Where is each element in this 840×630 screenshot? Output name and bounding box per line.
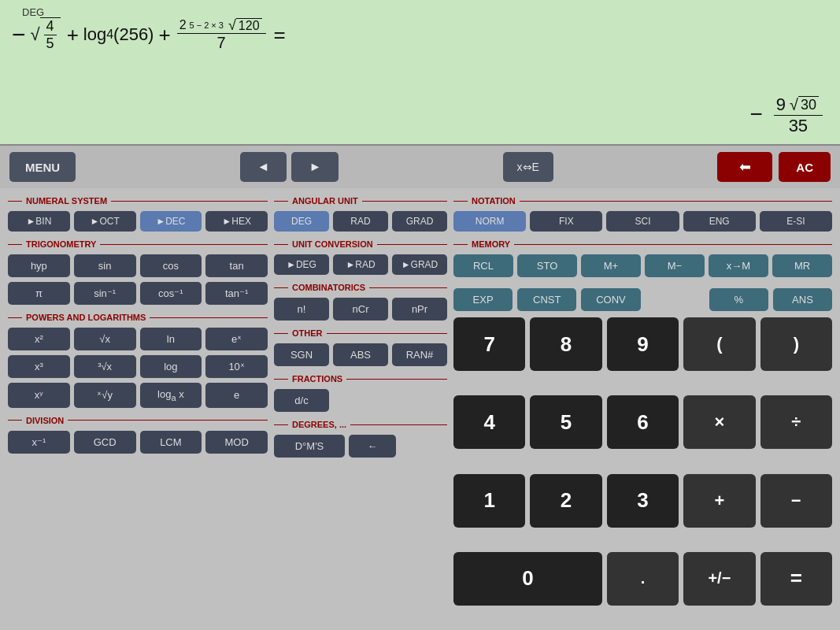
angular-unit-label: ANGULAR UNIT: [274, 196, 447, 206]
minus-button[interactable]: −: [760, 474, 832, 528]
2-button[interactable]: 2: [530, 474, 601, 528]
notation-label: NOTATION: [453, 196, 832, 206]
abs-button[interactable]: ABS: [333, 343, 388, 366]
gcd-button[interactable]: GCD: [74, 431, 136, 454]
right-arrow-button[interactable]: ►: [291, 152, 339, 182]
close-paren-button[interactable]: ): [760, 317, 832, 371]
hex-button[interactable]: ►HEX: [205, 211, 268, 232]
mod-button[interactable]: MOD: [205, 431, 268, 454]
norm-button[interactable]: NORM: [453, 211, 526, 232]
sto-button[interactable]: STO: [517, 254, 577, 277]
tan-button[interactable]: tan: [205, 254, 268, 277]
4-button[interactable]: 4: [453, 395, 525, 449]
mminus-button[interactable]: M−: [645, 254, 705, 277]
hyp-button[interactable]: hyp: [8, 254, 70, 277]
xy-button[interactable]: xʸ: [8, 383, 70, 408]
8-button[interactable]: 8: [530, 317, 601, 371]
deg-button[interactable]: DEG: [274, 211, 329, 232]
exp-button[interactable]: EXP: [453, 288, 513, 311]
percent-button[interactable]: %: [709, 288, 768, 311]
to-rad-button[interactable]: ►RAD: [333, 254, 388, 275]
rad-button[interactable]: RAD: [333, 211, 388, 232]
ln-button[interactable]: ln: [140, 328, 202, 350]
arrow-group: ◄ ►: [240, 152, 339, 182]
dot-button[interactable]: .: [607, 552, 679, 606]
npr-button[interactable]: nPr: [392, 298, 447, 321]
plus-button[interactable]: +: [683, 474, 755, 528]
xtom-button[interactable]: x→M: [709, 254, 768, 277]
eng-button[interactable]: ENG: [683, 211, 756, 232]
dc-button[interactable]: d/c: [274, 389, 329, 412]
left-arrow-button[interactable]: ◄: [240, 152, 287, 182]
bin-button[interactable]: ►BIN: [8, 211, 70, 232]
numpad: 7 8 9 ( ) 4 5 6 × ÷ 1 2 3 + − 0 . +/−: [453, 317, 832, 625]
multiply-button[interactable]: ×: [683, 395, 755, 449]
xe-button[interactable]: x⇔E: [503, 152, 553, 182]
x3-button[interactable]: x³: [8, 355, 70, 378]
3-button[interactable]: 3: [607, 474, 679, 528]
9-button[interactable]: 9: [607, 317, 679, 371]
unit-conversion-buttons: ►DEG ►RAD ►GRAD: [274, 254, 447, 275]
ex-button[interactable]: eˣ: [205, 328, 268, 350]
sci-button[interactable]: SCI: [606, 211, 679, 232]
e-button[interactable]: e: [205, 383, 268, 408]
lcm-button[interactable]: LCM: [140, 431, 202, 454]
angular-unit-buttons: DEG RAD GRAD: [274, 211, 447, 232]
mplus-button[interactable]: M+: [581, 254, 641, 277]
fix-button[interactable]: FIX: [530, 211, 602, 232]
divide-button[interactable]: ÷: [760, 395, 832, 449]
pi-button[interactable]: π: [8, 282, 70, 305]
sgn-button[interactable]: SGN: [274, 343, 329, 366]
oct-button[interactable]: ►OCT: [74, 211, 136, 232]
grad-button[interactable]: GRAD: [392, 211, 447, 232]
cnst-button[interactable]: CNST: [517, 288, 576, 311]
mr-button[interactable]: MR: [772, 254, 832, 277]
right-panel: NOTATION NORM FIX SCI ENG E-SI MEMORY RC…: [453, 193, 832, 625]
ncr-button[interactable]: nCr: [333, 298, 388, 321]
fractions-label: FRACTIONS: [274, 374, 447, 384]
other-label: OTHER: [274, 328, 447, 338]
sqrt-button[interactable]: √x: [74, 328, 136, 350]
tan-inv-button[interactable]: tan⁻¹: [205, 282, 268, 305]
sin-inv-button[interactable]: sin⁻¹: [74, 282, 136, 305]
6-button[interactable]: 6: [607, 395, 679, 449]
sin-button[interactable]: sin: [74, 254, 136, 277]
7-button[interactable]: 7: [453, 317, 525, 371]
xinv-button[interactable]: x⁻¹: [8, 431, 70, 454]
esi-button[interactable]: E-SI: [760, 211, 832, 232]
toolbar: MENU ◄ ► x⇔E ⬅ AC: [0, 146, 840, 188]
dms-button[interactable]: D°M′S: [274, 435, 345, 458]
to-grad-button[interactable]: ►GRAD: [392, 254, 447, 275]
open-paren-button[interactable]: (: [683, 317, 755, 371]
ans-button[interactable]: ANS: [773, 288, 832, 311]
ran-button[interactable]: RAN#: [392, 343, 447, 366]
0-button[interactable]: 0: [453, 552, 602, 606]
backspace-button[interactable]: ⬅: [717, 152, 772, 182]
xrty-button[interactable]: ˣ√y: [74, 383, 136, 408]
menu-button[interactable]: MENU: [9, 152, 76, 182]
x2-button[interactable]: x²: [8, 328, 70, 350]
powers-row1: x² √x ln eˣ: [8, 328, 268, 350]
cos-inv-button[interactable]: cos⁻¹: [140, 282, 202, 305]
log-button[interactable]: log: [140, 355, 202, 378]
ac-button[interactable]: AC: [779, 152, 831, 182]
5-button[interactable]: 5: [530, 395, 601, 449]
conv-button[interactable]: CONV: [581, 288, 640, 311]
cos-button[interactable]: cos: [140, 254, 202, 277]
memory-buttons: RCL STO M+ M− x→M MR: [453, 254, 832, 277]
1-button[interactable]: 1: [453, 474, 525, 528]
dec-button[interactable]: ►DEC: [140, 211, 202, 232]
fractions-buttons: d/c: [274, 389, 447, 412]
factorial-button[interactable]: n!: [274, 298, 329, 321]
cbrt-button[interactable]: ³√x: [74, 355, 136, 378]
plusminus-button[interactable]: +/−: [683, 552, 755, 606]
to-deg-button[interactable]: ►DEG: [274, 254, 329, 275]
deg-back-button[interactable]: ←: [349, 435, 396, 458]
10x-button[interactable]: 10ˣ: [205, 355, 268, 378]
panels: NUMERAL SYSTEM ►BIN ►OCT ►DEC ►HEX TRIGO…: [0, 188, 840, 630]
rcl-button[interactable]: RCL: [453, 254, 513, 277]
combinatorics-buttons: n! nCr nPr: [274, 298, 447, 321]
division-label: DIVISION: [8, 416, 268, 425]
equals-button[interactable]: =: [760, 552, 832, 606]
loga-button[interactable]: loga x: [140, 383, 202, 408]
